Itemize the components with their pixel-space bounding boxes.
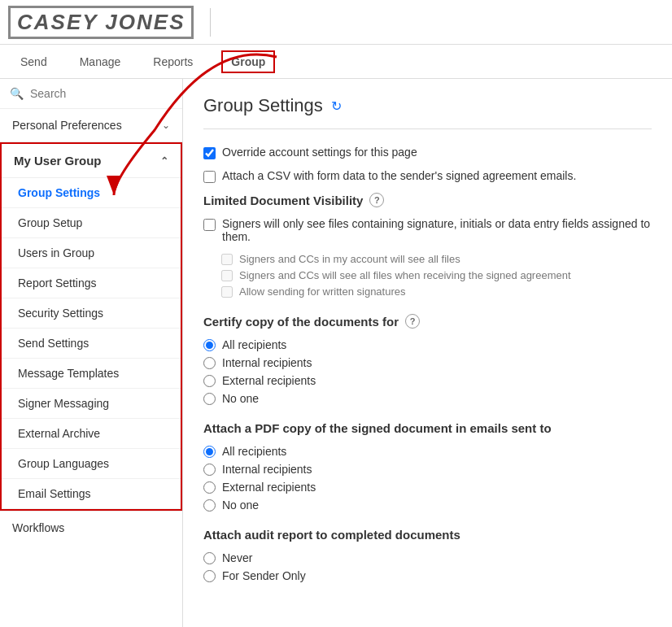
attach-pdf-radio-external: External recipients bbox=[203, 481, 652, 494]
sub-checkbox-1[interactable] bbox=[221, 254, 233, 265]
sidebar-item-group-setup[interactable]: Group Setup bbox=[2, 208, 181, 238]
sidebar-item-message-templates[interactable]: Message Templates bbox=[2, 359, 181, 389]
attach-pdf-radio-all: All recipients bbox=[203, 445, 652, 458]
nav-bar: Send Manage Reports Group bbox=[0, 45, 672, 79]
attach-csv-checkbox[interactable] bbox=[203, 171, 216, 183]
certify-help-icon[interactable]: ? bbox=[405, 314, 420, 329]
search-icon: 🔍 bbox=[10, 87, 24, 100]
certify-label-external: External recipients bbox=[222, 374, 316, 387]
audit-radio-never: Never bbox=[203, 551, 652, 564]
header-divider bbox=[210, 8, 211, 37]
certify-radio-internal: Internal recipients bbox=[203, 356, 652, 369]
search-input[interactable] bbox=[30, 87, 172, 100]
refresh-icon[interactable]: ↻ bbox=[331, 98, 342, 114]
logo-text: CASEY JONES bbox=[8, 6, 194, 39]
certify-radio-external-recipients[interactable] bbox=[203, 375, 216, 387]
certify-radio-no-one[interactable] bbox=[203, 393, 216, 405]
attach-pdf-text: Attach a PDF copy of the signed document… bbox=[203, 421, 552, 435]
limited-doc-visibility-text: Limited Document Visibility bbox=[203, 194, 363, 207]
override-settings-label: Override account settings for this page bbox=[222, 146, 417, 159]
sidebar-item-signer-messaging[interactable]: Signer Messaging bbox=[2, 389, 181, 419]
attach-pdf-radio-group: All recipients Internal recipients Exter… bbox=[203, 445, 652, 512]
search-bar: 🔍 bbox=[0, 79, 182, 109]
certify-radio-external: External recipients bbox=[203, 374, 652, 387]
attach-pdf-radio-internal-recipients[interactable] bbox=[203, 464, 216, 476]
override-settings-checkbox[interactable] bbox=[203, 147, 216, 159]
sidebar-item-personal-preferences[interactable]: Personal Preferences ⌄ bbox=[0, 109, 182, 142]
sidebar-item-email-settings[interactable]: Email Settings bbox=[2, 479, 181, 509]
attach-pdf-label-external: External recipients bbox=[222, 481, 316, 494]
nav-reports[interactable]: Reports bbox=[149, 47, 197, 76]
sub-checkbox-label-3: Allow sending for written signatures bbox=[239, 285, 406, 298]
certify-copy-text: Certify copy of the documents for bbox=[203, 315, 399, 329]
chevron-down-icon: ⌄ bbox=[162, 120, 170, 131]
attach-pdf-radio-none: No one bbox=[203, 499, 652, 512]
audit-report-section: Attach audit report to completed documen… bbox=[203, 528, 652, 582]
limited-doc-help-icon[interactable]: ? bbox=[369, 193, 384, 207]
attach-pdf-section: Attach a PDF copy of the signed document… bbox=[203, 421, 652, 512]
sidebar: 🔍 Personal Preferences ⌄ My User Group ⌃… bbox=[0, 79, 183, 627]
sidebar-item-send-settings[interactable]: Send Settings bbox=[2, 329, 181, 359]
nav-manage[interactable]: Manage bbox=[76, 47, 125, 76]
sub-checkbox-row-1: Signers and CCs in my account will see a… bbox=[221, 253, 652, 265]
certify-label-internal: Internal recipients bbox=[222, 356, 312, 369]
main-layout: 🔍 Personal Preferences ⌄ My User Group ⌃… bbox=[0, 79, 672, 627]
audit-report-heading: Attach audit report to completed documen… bbox=[203, 528, 652, 542]
audit-radio-for-sender-only[interactable] bbox=[203, 570, 216, 582]
audit-label-never: Never bbox=[222, 551, 252, 564]
page-title-text: Group Settings bbox=[203, 95, 323, 116]
sub-checkboxes-group: Signers and CCs in my account will see a… bbox=[221, 253, 652, 298]
certify-radio-all: All recipients bbox=[203, 338, 652, 351]
audit-radio-group: Never For Sender Only bbox=[203, 551, 652, 582]
chevron-up-icon: ⌃ bbox=[160, 155, 168, 167]
certify-radio-none: No one bbox=[203, 392, 652, 405]
audit-label-sender-only: For Sender Only bbox=[222, 569, 306, 582]
my-user-group-header[interactable]: My User Group ⌃ bbox=[2, 144, 181, 178]
certify-radio-internal-recipients[interactable] bbox=[203, 357, 216, 369]
certify-label-none: No one bbox=[222, 392, 259, 405]
sidebar-item-external-archive[interactable]: External Archive bbox=[2, 419, 181, 449]
certify-copy-section: Certify copy of the documents for ? All … bbox=[203, 314, 652, 405]
attach-pdf-label-none: No one bbox=[222, 499, 259, 512]
sidebar-item-users-in-group[interactable]: Users in Group bbox=[2, 238, 181, 268]
my-user-group-label: My User Group bbox=[14, 154, 102, 168]
sidebar-item-report-settings[interactable]: Report Settings bbox=[2, 268, 181, 298]
attach-csv-label: Attach a CSV with form data to the sende… bbox=[222, 169, 576, 182]
audit-report-text: Attach audit report to completed documen… bbox=[203, 528, 460, 542]
limited-doc-visibility-heading: Limited Document Visibility ? bbox=[203, 193, 652, 207]
certify-radio-all-recipients[interactable] bbox=[203, 339, 216, 351]
signers-only-label: Signers will only see files containing s… bbox=[222, 217, 652, 243]
limited-doc-visibility-section: Limited Document Visibility ? Signers wi… bbox=[203, 193, 652, 298]
sidebar-menu-items: Group Settings Group Setup Users in Grou… bbox=[2, 178, 181, 509]
certify-label-all: All recipients bbox=[222, 338, 286, 351]
sub-checkbox-3[interactable] bbox=[221, 286, 233, 298]
nav-send[interactable]: Send bbox=[16, 47, 51, 76]
sidebar-item-security-settings[interactable]: Security Settings bbox=[2, 298, 181, 329]
signers-only-checkbox[interactable] bbox=[203, 219, 216, 231]
attach-pdf-heading: Attach a PDF copy of the signed document… bbox=[203, 421, 652, 435]
attach-pdf-radio-internal: Internal recipients bbox=[203, 463, 652, 476]
audit-radio-never[interactable] bbox=[203, 552, 216, 564]
attach-pdf-radio-no-one[interactable] bbox=[203, 499, 216, 512]
attach-pdf-radio-all-recipients[interactable] bbox=[203, 446, 216, 458]
sidebar-item-group-languages[interactable]: Group Languages bbox=[2, 449, 181, 479]
attach-pdf-label-all: All recipients bbox=[222, 445, 286, 458]
certify-copy-heading: Certify copy of the documents for ? bbox=[203, 314, 652, 329]
sub-checkbox-label-2: Signers and CCs will see all files when … bbox=[239, 269, 571, 281]
main-content: Group Settings ↻ Override account settin… bbox=[183, 79, 672, 627]
sub-checkbox-row-3: Allow sending for written signatures bbox=[221, 285, 652, 298]
audit-radio-sender-only: For Sender Only bbox=[203, 569, 652, 582]
signers-only-row: Signers will only see files containing s… bbox=[203, 217, 652, 243]
sidebar-personal-label: Personal Preferences bbox=[12, 119, 122, 132]
override-settings-row: Override account settings for this page bbox=[203, 146, 652, 159]
sidebar-item-group-settings[interactable]: Group Settings bbox=[2, 178, 181, 208]
sub-checkbox-2[interactable] bbox=[221, 270, 233, 281]
nav-group[interactable]: Group bbox=[221, 50, 275, 73]
certify-radio-group: All recipients Internal recipients Exter… bbox=[203, 338, 652, 405]
attach-pdf-radio-external-recipients[interactable] bbox=[203, 481, 216, 494]
sidebar-item-workflows[interactable]: Workflows bbox=[0, 511, 182, 544]
attach-pdf-label-internal: Internal recipients bbox=[222, 463, 312, 476]
page-title: Group Settings ↻ bbox=[203, 95, 652, 129]
sub-checkbox-row-2: Signers and CCs will see all files when … bbox=[221, 269, 652, 281]
sub-checkbox-label-1: Signers and CCs in my account will see a… bbox=[239, 253, 460, 265]
